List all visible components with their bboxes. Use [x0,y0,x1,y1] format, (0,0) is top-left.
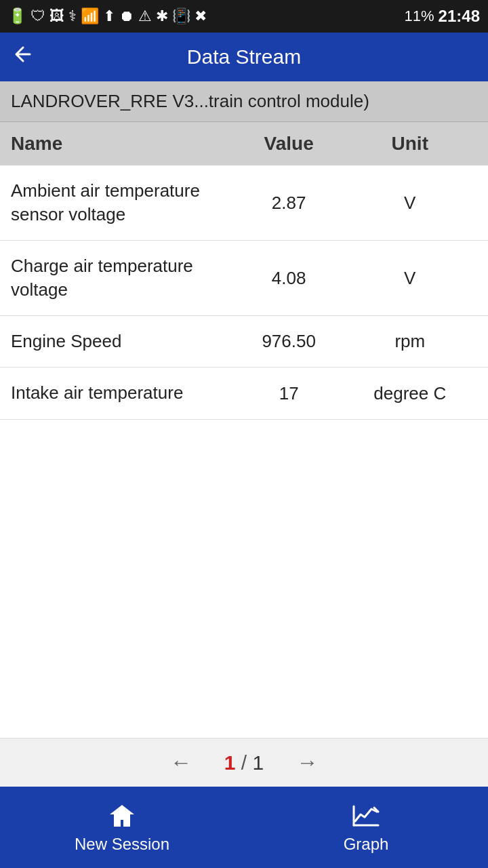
table-row: Charge air temperature voltage 4.08 V [0,241,488,316]
nav-item-graph[interactable]: Graph [244,787,488,868]
graph-icon [351,801,381,831]
bottom-navigation: New Session Graph [0,787,488,868]
back-button[interactable] [11,42,35,73]
row-name-1: Charge air temperature voltage [11,254,235,302]
column-header-unit: Unit [343,133,477,155]
total-pages: 1 [253,751,264,774]
battery-alert-icon: 🔋 [8,7,26,25]
page-separator: / [241,751,253,774]
wifi-icon: 📶 [81,7,99,25]
status-icons-left: 🔋 🛡 🖼 ⚕ 📶 ⬆ ⏺ ⚠ ✱ 📳 ✖ [8,7,207,25]
status-time: 21:48 [439,7,480,26]
page-indicator: 1 / 1 [224,751,264,774]
table-header: Name Value Unit [0,122,488,165]
upload-icon: ⬆ [103,7,115,25]
bluetooth-icon: ✱ [156,7,168,25]
row-unit-0: V [343,193,477,214]
row-unit-1: V [343,268,477,289]
table-body: Ambient air temperature sensor voltage 2… [0,165,488,738]
battery-percentage: 11% [405,7,434,25]
pagination: ← 1 / 1 → [0,738,488,787]
device-banner: LANDROVER_RRE V3...train control module) [0,81,488,122]
row-name-2: Engine Speed [11,330,235,353]
nav-label-graph: Graph [344,835,389,854]
image-icon: 🖼 [49,7,64,25]
table-row: Engine Speed 976.50 rpm [0,316,488,368]
row-name-3: Intake air temperature [11,381,235,405]
vibrate-icon: 📳 [172,7,190,25]
nav-label-new-session: New Session [75,835,169,854]
row-value-0: 2.87 [235,193,343,214]
app-header: Data Stream [0,33,488,81]
row-name-0: Ambient air temperature sensor voltage [11,179,235,226]
home-icon [107,801,137,831]
current-page: 1 [224,751,236,774]
page-title: Data Stream [46,45,442,68]
column-header-name: Name [11,133,235,155]
table-row: Ambient air temperature sensor voltage 2… [0,165,488,241]
row-value-3: 17 [235,383,343,404]
nav-item-new-session[interactable]: New Session [0,787,244,868]
health-icon: ⚕ [68,7,77,25]
row-unit-2: rpm [343,331,477,352]
record-icon: ⏺ [119,7,134,25]
signal-off-icon: ✖ [195,7,207,25]
device-name: LANDROVER_RRE V3...train control module) [11,91,369,111]
next-page-button[interactable]: → [285,745,329,781]
table-row: Intake air temperature 17 degree C [0,368,488,419]
row-value-2: 976.50 [235,331,343,352]
shield-icon: 🛡 [30,7,45,25]
warning-icon: ⚠ [138,7,152,25]
row-value-1: 4.08 [235,268,343,289]
row-unit-3: degree C [343,383,477,404]
prev-page-button[interactable]: ← [159,745,203,781]
column-header-value: Value [235,133,343,155]
status-right: 11% 21:48 [405,7,480,26]
status-bar: 🔋 🛡 🖼 ⚕ 📶 ⬆ ⏺ ⚠ ✱ 📳 ✖ 11% 21:48 [0,0,488,33]
